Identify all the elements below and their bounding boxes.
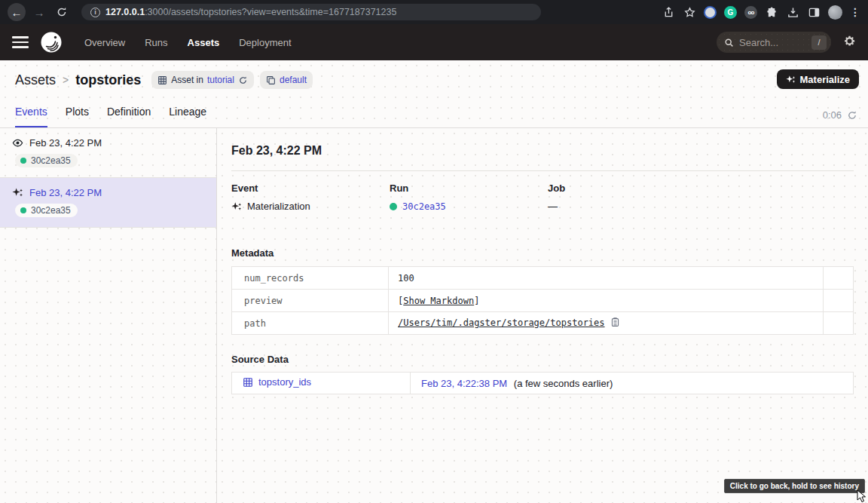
app-navbar: Overview Runs Assets Deployment / xyxy=(0,24,868,60)
settings-gear-icon[interactable] xyxy=(843,35,856,51)
search-shortcut-badge: / xyxy=(811,35,827,50)
extension-icon-1[interactable] xyxy=(704,6,717,19)
metadata-table: num_records 100 preview [Show Markdown] … xyxy=(231,266,854,335)
run-id-pill[interactable]: 30c2ea35 xyxy=(15,154,78,167)
breadcrumb-assets-link[interactable]: Assets xyxy=(15,72,56,88)
badge-reload-icon[interactable] xyxy=(238,75,248,85)
metadata-empty-cell xyxy=(824,267,854,290)
run-id-label: 30c2ea35 xyxy=(31,205,71,216)
refresh-timer[interactable]: 0:06 xyxy=(823,109,857,121)
nav-item-deployment[interactable]: Deployment xyxy=(239,37,291,48)
browser-menu-icon[interactable]: ⋮ xyxy=(850,6,860,18)
job-column-label: Job xyxy=(548,182,854,194)
show-markdown-link[interactable]: Show Markdown xyxy=(403,296,474,306)
metadata-value: [Show Markdown] xyxy=(389,290,824,312)
browser-forward-button[interactable]: → xyxy=(30,3,48,21)
table-grid-icon xyxy=(243,377,253,388)
run-value: 30c2ea35 xyxy=(390,201,548,212)
asset-definition-badge[interactable]: Asset in tutorial xyxy=(151,71,254,89)
materialization-sparkle-icon xyxy=(231,201,242,212)
search-box[interactable]: / xyxy=(717,32,831,53)
share-icon[interactable] xyxy=(662,5,675,19)
repo-badge[interactable]: default xyxy=(260,71,313,89)
refresh-icon[interactable] xyxy=(847,110,857,121)
asset-tabs: Events Plots Definition Lineage xyxy=(15,106,206,127)
browser-toolbar: ← → i 127.0.0.1:3000/assets/topstories?v… xyxy=(0,0,868,24)
mouse-cursor xyxy=(857,489,867,503)
asset-name: topstories xyxy=(75,72,141,88)
nav-item-overview[interactable]: Overview xyxy=(84,37,125,48)
run-id-link[interactable]: 30c2ea35 xyxy=(402,201,446,212)
side-panel-icon[interactable] xyxy=(807,5,821,19)
source-time-note: (a few seconds earlier) xyxy=(514,378,613,389)
tab-lineage[interactable]: Lineage xyxy=(169,106,206,127)
profile-avatar[interactable] xyxy=(828,5,842,20)
copy-path-icon[interactable] xyxy=(610,317,620,330)
extensions-puzzle-icon[interactable] xyxy=(765,5,778,19)
grammarly-extension-icon[interactable]: G xyxy=(724,6,737,19)
event-type-label: Materialization xyxy=(247,201,310,212)
event-detail-panel: Feb 23, 4:22 PM Event Run Job Materializ… xyxy=(217,128,868,503)
reload-icon xyxy=(57,7,67,17)
downloads-icon[interactable] xyxy=(786,5,799,19)
event-list-item-materialization[interactable]: Feb 23, 4:22 PM 30c2ea35 xyxy=(0,178,216,228)
tab-events[interactable]: Events xyxy=(15,106,47,127)
event-column-label: Event xyxy=(231,182,390,194)
materialize-label: Materialize xyxy=(800,74,850,85)
materialization-sparkle-icon xyxy=(12,187,23,198)
dagster-logo[interactable] xyxy=(39,30,63,54)
table-row: num_records 100 xyxy=(232,267,854,290)
metadata-key: preview xyxy=(232,290,389,312)
event-timestamp: Feb 23, 4:22 PM xyxy=(29,137,102,149)
metadata-section-title: Metadata xyxy=(231,247,854,259)
copies-icon xyxy=(266,75,276,85)
nav-item-runs[interactable]: Runs xyxy=(145,37,167,48)
materialize-button[interactable]: Materialize xyxy=(777,69,859,89)
run-id-pill[interactable]: 30c2ea35 xyxy=(15,204,78,217)
table-row: topstory_ids Feb 23, 4:22:38 PM (a few s… xyxy=(232,373,854,394)
asset-page-header: Assets > topstories Asset in tutorial de… xyxy=(0,60,868,128)
primary-nav: Overview Runs Assets Deployment xyxy=(84,37,292,48)
metadata-value: /Users/tim/.dagster/storage/topstories xyxy=(389,312,824,335)
metadata-empty-cell xyxy=(824,290,854,312)
metadata-empty-cell xyxy=(824,312,854,335)
address-bar[interactable]: i 127.0.0.1:3000/assets/topstories?view=… xyxy=(81,4,541,20)
browser-back-button[interactable]: ← xyxy=(8,3,26,21)
event-type-value: Materialization xyxy=(231,201,390,212)
source-data-table: topstory_ids Feb 23, 4:22:38 PM (a few s… xyxy=(231,372,854,394)
default-repo-link[interactable]: default xyxy=(280,75,307,85)
page-url[interactable]: 127.0.0.1:3000/assets/topstories?view=ev… xyxy=(105,7,396,17)
materialize-sparkle-icon xyxy=(786,75,796,84)
metadata-key: path xyxy=(232,312,389,335)
path-link[interactable]: /Users/tim/.dagster/storage/topstories xyxy=(398,317,605,328)
observation-eye-icon xyxy=(12,137,23,149)
table-row: preview [Show Markdown] xyxy=(232,290,854,312)
site-info-icon[interactable]: i xyxy=(90,8,100,17)
hamburger-menu-icon[interactable] xyxy=(12,36,29,48)
event-list-item-observation[interactable]: Feb 23, 4:22 PM 30c2ea35 xyxy=(0,128,216,178)
source-data-section-title: Source Data xyxy=(231,354,854,365)
badge-asset-prefix: Asset in xyxy=(171,75,203,85)
breadcrumb: Assets > topstories Asset in tutorial de… xyxy=(0,60,868,89)
table-row: path /Users/tim/.dagster/storage/topstor… xyxy=(232,312,854,335)
source-asset-link[interactable]: topstory_ids xyxy=(243,376,311,388)
bookmark-star-icon[interactable] xyxy=(683,5,696,19)
extension-icon-2[interactable]: oo xyxy=(744,6,757,19)
refresh-countdown: 0:06 xyxy=(823,109,842,121)
breadcrumb-separator: > xyxy=(63,74,69,86)
run-id-label: 30c2ea35 xyxy=(31,155,71,166)
metadata-value: 100 xyxy=(389,267,824,290)
event-timestamp: Feb 23, 4:22 PM xyxy=(29,187,102,198)
search-input[interactable] xyxy=(739,37,799,48)
event-detail-title: Feb 23, 4:22 PM xyxy=(231,144,854,158)
back-button-tooltip: Click to go back, hold to see history xyxy=(724,479,865,493)
nav-item-assets[interactable]: Assets xyxy=(188,37,220,48)
browser-reload-button[interactable] xyxy=(53,3,71,21)
metadata-key: num_records xyxy=(232,267,389,290)
bracket: ] xyxy=(474,296,479,306)
source-timestamp-link[interactable]: Feb 23, 4:22:38 PM xyxy=(421,378,507,389)
tutorial-link[interactable]: tutorial xyxy=(207,75,234,85)
tab-plots[interactable]: Plots xyxy=(66,106,89,127)
tab-definition[interactable]: Definition xyxy=(107,106,151,127)
search-icon xyxy=(724,38,734,48)
